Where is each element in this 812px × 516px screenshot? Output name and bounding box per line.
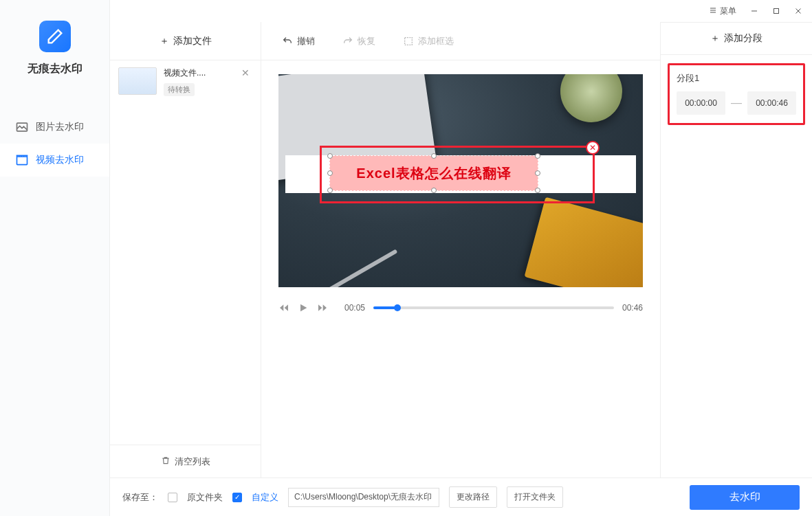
plus-icon: ＋	[160, 35, 169, 47]
add-selection-button[interactable]: 添加框选	[403, 35, 454, 47]
editor-toolbar: 撤销 恢复 添加框选	[261, 22, 660, 60]
maximize-button[interactable]	[767, 3, 786, 19]
titlebar: 菜单	[110, 0, 812, 22]
resize-handle[interactable]	[535, 170, 540, 176]
file-meta: 视频文件.... 待转换	[164, 67, 232, 96]
undo-icon	[282, 36, 293, 47]
forward-button[interactable]	[317, 302, 328, 313]
svg-rect-3	[405, 37, 413, 45]
menu-button[interactable]: 菜单	[703, 3, 742, 20]
segment-end-input[interactable]: 00:00:46	[747, 91, 796, 115]
nav-video-watermark[interactable]: 视频去水印	[0, 144, 109, 177]
resize-handle[interactable]	[535, 153, 540, 159]
file-remove-button[interactable]: ✕	[239, 67, 252, 78]
segment-dash: —	[731, 97, 742, 109]
add-file-button[interactable]: ＋ 添加文件	[110, 22, 261, 60]
resize-handle[interactable]	[327, 153, 333, 159]
resize-handle[interactable]	[327, 170, 333, 176]
menu-label: 菜单	[720, 5, 736, 17]
trash-icon	[161, 456, 171, 467]
file-status: 待转换	[164, 83, 195, 96]
file-thumbnail	[118, 67, 157, 95]
app-logo-icon	[39, 21, 71, 52]
resize-handle[interactable]	[535, 188, 540, 193]
nav: 图片去水印 视频去水印	[0, 111, 109, 177]
segment-title: 分段1	[677, 72, 796, 85]
custom-folder-label: 自定义	[252, 491, 278, 504]
segment-panel: ＋ 添加分段 分段1 00:00:00 — 00:00:46	[661, 22, 812, 478]
watermark-selection[interactable]: Excel表格怎么在线翻译	[329, 155, 538, 191]
play-button[interactable]	[298, 302, 309, 313]
sidebar: 无痕去水印 图片去水印 视频去水印	[0, 0, 110, 516]
app-title: 无痕去水印	[28, 62, 83, 76]
undo-label: 撤销	[297, 35, 315, 47]
redo-icon	[342, 36, 353, 47]
player-controls: 00:05 00:46	[278, 302, 643, 313]
preview-area: ✕ Excel表格怎么在线翻译	[261, 60, 660, 478]
plus-icon: ＋	[710, 32, 720, 45]
nav-image-label: 图片去水印	[36, 121, 84, 133]
add-selection-label: 添加框选	[418, 35, 454, 47]
selection-icon	[403, 36, 414, 47]
seek-knob[interactable]	[394, 304, 401, 311]
app-brand: 无痕去水印	[28, 21, 83, 76]
svg-rect-1	[17, 157, 28, 165]
original-folder-checkbox[interactable]	[168, 493, 177, 502]
footer: 保存至： 原文件夹 ✓ 自定义 更改路径 打开文件夹 去水印	[110, 478, 812, 516]
add-segment-button[interactable]: ＋ 添加分段	[661, 22, 812, 55]
undo-button[interactable]: 撤销	[282, 35, 315, 47]
video-icon	[15, 153, 29, 167]
saveto-label: 保存至：	[122, 491, 158, 504]
menu-icon	[709, 6, 717, 16]
resize-handle[interactable]	[327, 188, 333, 193]
remove-watermark-button[interactable]: 去水印	[690, 485, 800, 510]
clear-list-button[interactable]: 清空列表	[110, 445, 261, 478]
custom-folder-checkbox[interactable]: ✓	[232, 493, 242, 502]
file-panel: ＋ 添加文件 视频文件.... 待转换 ✕ 清空列表	[110, 22, 261, 478]
add-segment-label: 添加分段	[724, 32, 762, 45]
redo-label: 恢复	[358, 35, 375, 47]
resize-handle[interactable]	[431, 188, 437, 193]
rewind-button[interactable]	[278, 302, 289, 313]
selection-delete-icon[interactable]: ✕	[586, 141, 600, 155]
image-icon	[15, 120, 29, 134]
editor-panel: 撤销 恢复 添加框选	[261, 22, 661, 478]
time-current: 00:05	[344, 303, 365, 313]
resize-handle[interactable]	[431, 153, 437, 159]
add-file-label: 添加文件	[173, 35, 212, 47]
path-input[interactable]	[288, 488, 439, 507]
svg-rect-2	[774, 9, 779, 14]
open-folder-button[interactable]: 打开文件夹	[507, 486, 563, 508]
redo-button[interactable]: 恢复	[342, 35, 375, 47]
file-name: 视频文件....	[164, 67, 232, 79]
minimize-button[interactable]	[745, 3, 764, 19]
original-folder-label: 原文件夹	[187, 491, 223, 504]
seek-track[interactable]	[373, 306, 614, 309]
segment-item[interactable]: 分段1 00:00:00 — 00:00:46	[668, 63, 805, 125]
segment-start-input[interactable]: 00:00:00	[677, 91, 725, 115]
nav-video-label: 视频去水印	[36, 154, 84, 166]
video-canvas[interactable]: ✕ Excel表格怎么在线翻译	[278, 74, 643, 287]
file-item[interactable]: 视频文件.... 待转换 ✕	[110, 60, 261, 103]
nav-image-watermark[interactable]: 图片去水印	[0, 111, 109, 144]
clear-list-label: 清空列表	[175, 456, 210, 468]
change-path-button[interactable]: 更改路径	[449, 486, 497, 508]
watermark-text: Excel表格怎么在线翻译	[356, 164, 511, 183]
close-button[interactable]	[789, 3, 808, 19]
time-duration: 00:46	[622, 303, 643, 313]
